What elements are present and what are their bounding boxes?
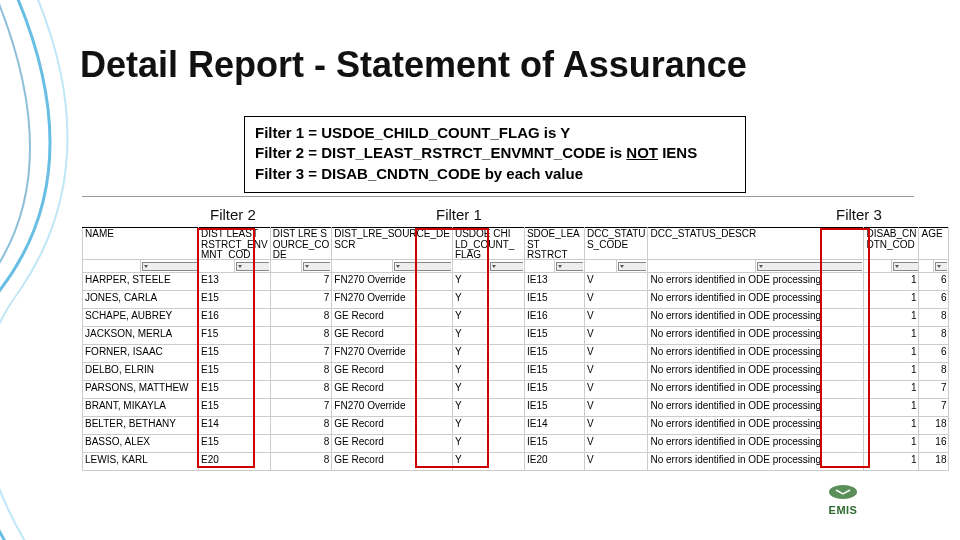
table-row: SCHAPE, AUBREYE168GE RecordYIE16VNo erro… bbox=[83, 309, 949, 327]
col-header-usdoe[interactable]: USDOE CHI LD_COUNT_ FLAG bbox=[452, 228, 524, 273]
col-header-name[interactable]: NAME bbox=[83, 228, 199, 273]
table-cell: BELTER, BETHANY bbox=[83, 417, 199, 435]
table-cell: GE Record bbox=[332, 381, 453, 399]
col-header-age[interactable]: AGE bbox=[919, 228, 949, 273]
table-cell: 8 bbox=[270, 417, 332, 435]
col-header-dcc-statu[interactable]: DCC_STATU S_CODE bbox=[584, 228, 648, 273]
table-cell: No errors identified in ODE processing bbox=[648, 327, 864, 345]
table-cell: 8 bbox=[270, 327, 332, 345]
table-cell: 18 bbox=[919, 417, 949, 435]
table-cell: 8 bbox=[919, 309, 949, 327]
table-cell: E13 bbox=[199, 273, 271, 291]
table-cell: 16 bbox=[919, 435, 949, 453]
filter-2-text: Filter 2 = DIST_LEAST_RSTRCT_ENVMNT_CODE… bbox=[255, 143, 735, 163]
filter-dropdown-icon[interactable] bbox=[303, 262, 331, 271]
table-cell: GE Record bbox=[332, 417, 453, 435]
table-cell: DELBO, ELRIN bbox=[83, 363, 199, 381]
table-cell: 7 bbox=[270, 291, 332, 309]
col-header-sdoe-lea[interactable]: SDOE_LEA ST RSTRCT ENVMNT_C O bbox=[524, 228, 584, 273]
col-header-dist-least[interactable]: DIST LEAST RSTRCT_ENV MNT_COD bbox=[199, 228, 271, 273]
table-cell: Y bbox=[452, 453, 524, 471]
table-cell: IE15 bbox=[524, 327, 584, 345]
column-label-filter-1: Filter 1 bbox=[436, 206, 482, 223]
table-cell: 8 bbox=[270, 435, 332, 453]
table-cell: E15 bbox=[199, 345, 271, 363]
table-cell: GE Record bbox=[332, 453, 453, 471]
emis-logo: EMIS bbox=[826, 482, 860, 516]
table-row: BELTER, BETHANYE148GE RecordYIE14VNo err… bbox=[83, 417, 949, 435]
table-cell: V bbox=[584, 345, 648, 363]
table-cell: JONES, CARLA bbox=[83, 291, 199, 309]
filter-dropdown-icon[interactable] bbox=[556, 262, 583, 271]
table-cell: V bbox=[584, 381, 648, 399]
table-cell: No errors identified in ODE processing bbox=[648, 363, 864, 381]
svg-point-0 bbox=[829, 485, 857, 499]
table-cell: 1 bbox=[864, 435, 919, 453]
filter-dropdown-icon[interactable] bbox=[935, 262, 947, 271]
table-cell: IE15 bbox=[524, 345, 584, 363]
table-cell: FORNER, ISAAC bbox=[83, 345, 199, 363]
table-cell: Y bbox=[452, 399, 524, 417]
table-cell: V bbox=[584, 309, 648, 327]
table-cell: V bbox=[584, 417, 648, 435]
table-cell: No errors identified in ODE processing bbox=[648, 273, 864, 291]
table-row: PARSONS, MATTHEWE158GE RecordYIE15VNo er… bbox=[83, 381, 949, 399]
divider bbox=[82, 196, 914, 197]
table-row: DELBO, ELRINE158GE RecordYIE15VNo errors… bbox=[83, 363, 949, 381]
filter-dropdown-icon[interactable] bbox=[893, 262, 918, 271]
table-cell: Y bbox=[452, 291, 524, 309]
table-cell: 8 bbox=[270, 453, 332, 471]
table-row: BRANT, MIKAYLAE157FN270 OverrideYIE15VNo… bbox=[83, 399, 949, 417]
table-row: BASSO, ALEXE158GE RecordYIE15VNo errors … bbox=[83, 435, 949, 453]
table-cell: 8 bbox=[270, 381, 332, 399]
table-cell: 8 bbox=[919, 327, 949, 345]
filter-3-text: Filter 3 = DISAB_CNDTN_CODE by each valu… bbox=[255, 164, 735, 184]
col-header-dist-lre-src[interactable]: DIST_LRE_SOURCE_DE SCR bbox=[332, 228, 453, 273]
table-cell: PARSONS, MATTHEW bbox=[83, 381, 199, 399]
table-cell: 1 bbox=[864, 363, 919, 381]
table-cell: BRANT, MIKAYLA bbox=[83, 399, 199, 417]
table-cell: 1 bbox=[864, 399, 919, 417]
table-cell: 7 bbox=[270, 399, 332, 417]
col-header-dcc-desc[interactable]: DCC_STATUS_DESCR bbox=[648, 228, 864, 273]
table-cell: FN270 Override bbox=[332, 399, 453, 417]
table-cell: V bbox=[584, 273, 648, 291]
table-cell: IE13 bbox=[524, 273, 584, 291]
table-cell: GE Record bbox=[332, 327, 453, 345]
table-cell: Y bbox=[452, 417, 524, 435]
table-cell: GE Record bbox=[332, 309, 453, 327]
table-row: LEWIS, KARLE208GE RecordYIE20VNo errors … bbox=[83, 453, 949, 471]
column-label-filter-2: Filter 2 bbox=[210, 206, 256, 223]
table-cell: V bbox=[584, 453, 648, 471]
table-cell: 18 bbox=[919, 453, 949, 471]
table-cell: E15 bbox=[199, 381, 271, 399]
table-cell: F15 bbox=[199, 327, 271, 345]
table-cell: E14 bbox=[199, 417, 271, 435]
col-header-dist-lre-s[interactable]: DIST LRE S OURCE_CO DE bbox=[270, 228, 332, 273]
table-cell: No errors identified in ODE processing bbox=[648, 345, 864, 363]
table-cell: GE Record bbox=[332, 363, 453, 381]
filter-dropdown-icon[interactable] bbox=[236, 262, 269, 271]
table-cell: No errors identified in ODE processing bbox=[648, 381, 864, 399]
table-cell: Y bbox=[452, 363, 524, 381]
table-cell: E15 bbox=[199, 435, 271, 453]
table-cell: LEWIS, KARL bbox=[83, 453, 199, 471]
table-cell: Y bbox=[452, 435, 524, 453]
filter-dropdown-icon[interactable] bbox=[394, 262, 451, 271]
table-cell: 6 bbox=[919, 273, 949, 291]
filter-dropdown-icon[interactable] bbox=[490, 262, 523, 271]
table-cell: IE15 bbox=[524, 381, 584, 399]
filter-dropdown-icon[interactable] bbox=[142, 262, 197, 271]
filter-1-text: Filter 1 = USDOE_CHILD_COUNT_FLAG is Y bbox=[255, 123, 735, 143]
table-cell: IE16 bbox=[524, 309, 584, 327]
table-cell: 1 bbox=[864, 291, 919, 309]
table-cell: Y bbox=[452, 273, 524, 291]
filter-dropdown-icon[interactable] bbox=[757, 262, 862, 271]
col-header-disab[interactable]: DISAB_CN DTN_COD bbox=[864, 228, 919, 273]
table-cell: No errors identified in ODE processing bbox=[648, 453, 864, 471]
filter-dropdown-icon[interactable] bbox=[618, 262, 647, 271]
table-cell: 1 bbox=[864, 309, 919, 327]
table-cell: Y bbox=[452, 309, 524, 327]
table-cell: IE15 bbox=[524, 399, 584, 417]
table-cell: SCHAPE, AUBREY bbox=[83, 309, 199, 327]
